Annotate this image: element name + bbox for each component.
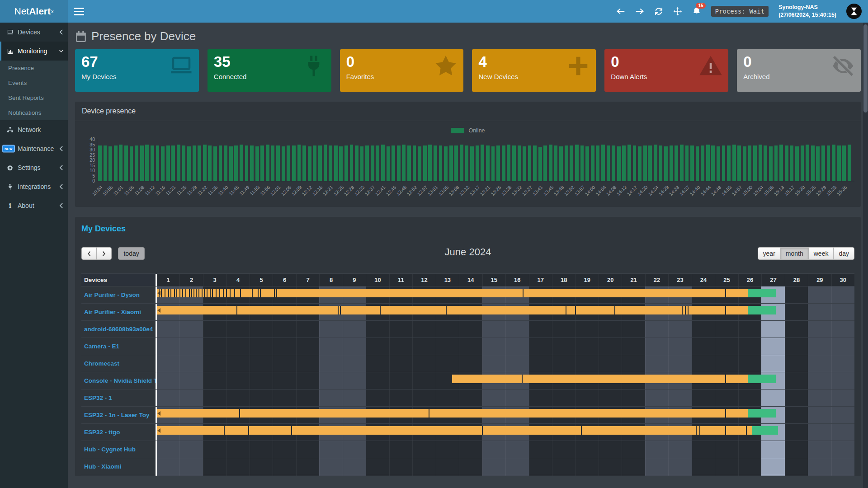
device-name-link[interactable]: Camera - E1 bbox=[81, 338, 156, 355]
day-cell bbox=[226, 355, 249, 372]
day-cell bbox=[715, 389, 738, 406]
day-cell bbox=[785, 424, 808, 441]
device-name-link[interactable]: Air Purifier - Xiaomi bbox=[81, 304, 156, 320]
sidebar-subitem-events[interactable]: Events bbox=[0, 75, 68, 90]
sidebar-item-monitoring[interactable]: Monitoring bbox=[0, 42, 68, 61]
presence-gap bbox=[216, 289, 217, 297]
day-cell bbox=[808, 338, 831, 355]
refresh-icon[interactable] bbox=[654, 7, 663, 16]
tile-my-devices[interactable]: 67My Devices bbox=[75, 49, 199, 92]
online-bar bbox=[538, 147, 542, 181]
calendar-view-week-button[interactable]: week bbox=[808, 247, 834, 260]
sidebar-item-integrations[interactable]: Integrations bbox=[0, 177, 68, 196]
day-cell bbox=[179, 372, 203, 389]
tile-new-devices[interactable]: 4New Devices bbox=[472, 49, 596, 92]
online-bar bbox=[769, 146, 773, 181]
my-devices-title[interactable]: My Devices bbox=[81, 224, 854, 234]
forward-arrow-icon[interactable] bbox=[635, 7, 644, 16]
online-bar bbox=[638, 146, 642, 181]
day-cell bbox=[366, 458, 389, 475]
presence-gap bbox=[746, 426, 747, 435]
device-row-led-strip: LED strip bbox=[81, 475, 854, 476]
day-header-30: 30 bbox=[831, 274, 854, 286]
online-bar bbox=[166, 145, 170, 181]
sidebar-subitem-sent-reports[interactable]: Sent Reports bbox=[0, 90, 68, 105]
online-bar bbox=[224, 145, 227, 181]
user-avatar[interactable] bbox=[846, 4, 862, 19]
day-cell bbox=[226, 321, 249, 338]
calendar-view-year-button[interactable]: year bbox=[758, 247, 781, 260]
presence-gap bbox=[176, 289, 177, 297]
presence-gap bbox=[338, 306, 339, 314]
day-cell bbox=[668, 389, 691, 406]
day-cell bbox=[622, 321, 645, 338]
tile-archived[interactable]: 0Archived bbox=[737, 49, 861, 92]
calendar-view-month-button[interactable]: month bbox=[780, 247, 809, 260]
device-name-link[interactable]: Console - Nvidia Shield T bbox=[81, 372, 156, 389]
app-logo[interactable]: NetAlertx bbox=[0, 0, 68, 23]
day-cell bbox=[552, 338, 575, 355]
online-bar bbox=[130, 146, 133, 181]
device-name-link[interactable]: Hub - Xiaomi bbox=[81, 458, 156, 475]
panel-title: Device presence bbox=[75, 102, 861, 121]
presence-gap bbox=[224, 426, 225, 435]
day-cell bbox=[599, 475, 622, 476]
y-axis-tick: 10 bbox=[81, 168, 95, 173]
sidebar-item-settings[interactable]: Settings bbox=[0, 158, 68, 177]
day-cell bbox=[436, 389, 459, 406]
device-name-link[interactable]: ESP32 - 1 bbox=[81, 389, 156, 406]
day-cell bbox=[203, 338, 226, 355]
device-presence-panel: Device presence Online 0510152025303540 … bbox=[75, 102, 861, 207]
tile-connected[interactable]: 35Connected bbox=[208, 49, 331, 92]
day-cell bbox=[552, 321, 575, 338]
day-cell bbox=[389, 389, 412, 406]
online-bar bbox=[161, 146, 165, 181]
device-name-link[interactable]: Hub - Cygnet Hub bbox=[81, 441, 156, 458]
day-cell bbox=[412, 338, 435, 355]
tile-down-alerts[interactable]: 0Down Alerts bbox=[604, 49, 728, 92]
device-name-link[interactable]: Chromecast bbox=[81, 355, 156, 372]
device-name-link[interactable]: Air Purifier - Dyson bbox=[81, 286, 156, 303]
sidebar-item-network[interactable]: Network bbox=[0, 120, 68, 139]
day-cell bbox=[622, 441, 645, 458]
gear-icon bbox=[7, 164, 14, 171]
notifications-bell-icon[interactable]: 15 bbox=[692, 7, 701, 16]
scrollbar-thumb[interactable] bbox=[863, 24, 868, 113]
sidebar-subitem-notifications[interactable]: Notifications bbox=[0, 105, 68, 120]
presence-gap bbox=[234, 289, 235, 297]
device-name-link[interactable]: android-68608b93a00e4 bbox=[81, 321, 156, 338]
move-arrows-icon[interactable] bbox=[673, 7, 682, 16]
device-row-air-purifier-xiaomi: Air Purifier - Xiaomi bbox=[81, 304, 854, 321]
sidebar-item-maintenance[interactable]: MaintenanceNEW bbox=[0, 139, 68, 158]
day-cell bbox=[157, 389, 179, 406]
sidebar-item-about[interactable]: iAbout bbox=[0, 196, 68, 215]
sidebar-item-devices[interactable]: Devices bbox=[0, 23, 68, 42]
day-cell bbox=[436, 321, 459, 338]
device-name-link[interactable]: ESP32 - 1n - Laser Toy bbox=[81, 407, 156, 423]
sidebar-subitem-presence[interactable]: Presence bbox=[0, 61, 68, 75]
day-cell bbox=[319, 475, 342, 476]
device-name-link[interactable]: LED strip bbox=[81, 475, 156, 476]
presence-gap bbox=[482, 426, 483, 435]
sidebar-toggle-button[interactable] bbox=[74, 8, 84, 15]
day-header-3: 3 bbox=[203, 274, 226, 286]
presence-gap bbox=[182, 289, 183, 297]
online-bar bbox=[124, 145, 128, 181]
page-scrollbar[interactable] bbox=[863, 23, 868, 488]
sidebar-item-label: Settings bbox=[18, 164, 41, 171]
presence-gap bbox=[204, 289, 205, 297]
tile-favorites[interactable]: 0Favorites bbox=[340, 49, 464, 92]
online-bar bbox=[465, 145, 469, 181]
device-name-link[interactable]: ESP32 - ttgo bbox=[81, 424, 156, 441]
day-cell bbox=[436, 338, 459, 355]
day-cell bbox=[575, 458, 598, 475]
back-arrow-icon[interactable] bbox=[616, 7, 625, 16]
day-cell bbox=[459, 458, 482, 475]
calendar-view-day-button[interactable]: day bbox=[833, 247, 854, 260]
day-cell bbox=[482, 321, 505, 338]
day-cell bbox=[482, 458, 505, 475]
day-header-23: 23 bbox=[668, 274, 691, 286]
day-header-13: 13 bbox=[436, 274, 459, 286]
day-cell bbox=[273, 389, 296, 406]
presence-gap bbox=[219, 289, 220, 297]
